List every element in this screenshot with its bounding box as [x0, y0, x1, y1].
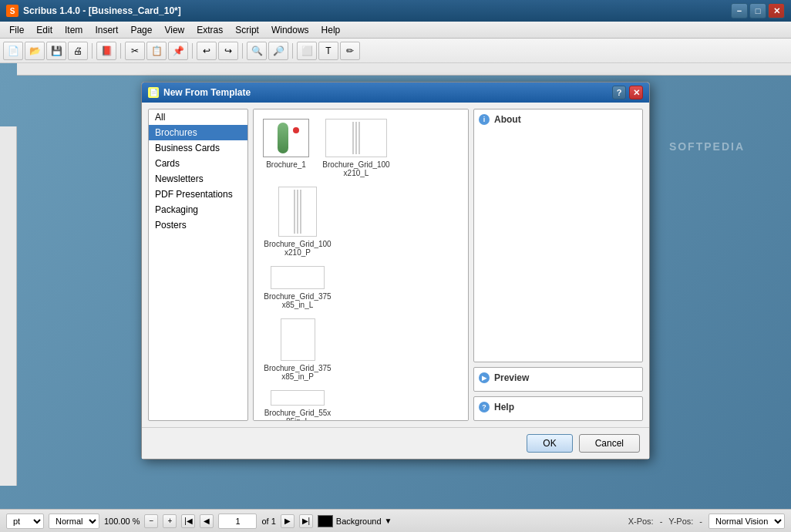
category-cards[interactable]: Cards: [149, 156, 247, 171]
template-brochure-grid-100x210-p[interactable]: Brochure_Grid_100x210_P: [260, 184, 335, 260]
tool1[interactable]: ⬜: [297, 42, 317, 60]
modal-overlay: 📄 New From Template ? ✕ All Brochures Bu…: [0, 63, 791, 509]
template-brochure-grid-375x85-p[interactable]: Brochure_Grid_375x85_in_P: [260, 315, 335, 384]
open-btn[interactable]: 📂: [25, 42, 45, 60]
template-row-2: Brochure_Grid_100x210_P: [260, 184, 462, 260]
help-section: ? Help: [473, 396, 643, 421]
print-btn[interactable]: 🖨: [68, 42, 88, 60]
about-content: [479, 128, 638, 344]
undo-btn[interactable]: ↩: [197, 42, 217, 60]
template-thumb-1: [263, 119, 309, 157]
category-packaging[interactable]: Packaging: [149, 202, 247, 217]
preview-header: ▶ Preview: [479, 372, 638, 383]
unit-selector[interactable]: pt mm in: [6, 513, 44, 529]
vision-selector[interactable]: Normal Vision: [709, 513, 785, 529]
tool2[interactable]: T: [318, 42, 338, 60]
menu-file[interactable]: File: [3, 23, 30, 37]
cancel-button[interactable]: Cancel: [579, 434, 640, 453]
status-right: X-Pos: - Y-Pos: - Normal Vision: [628, 513, 785, 529]
copy-btn[interactable]: 📋: [146, 42, 167, 60]
template-thumb-2: [325, 119, 387, 157]
template-brochure-grid-55x85-l[interactable]: Brochure_Grid_55x85in_L: [260, 387, 335, 421]
template-panel[interactable]: Brochure_1 Brochure_Grid_100x210_L: [253, 109, 469, 421]
menu-windows[interactable]: Windows: [265, 23, 315, 37]
page-first-btn[interactable]: |◀: [181, 514, 195, 528]
category-newsletters[interactable]: Newsletters: [149, 171, 247, 187]
new-from-template-dialog: 📄 New From Template ? ✕ All Brochures Bu…: [141, 82, 650, 460]
template-thumb-5: [281, 318, 315, 361]
page-prev-btn[interactable]: ◀: [200, 514, 214, 528]
category-pdf-presentations[interactable]: PDF Presentations: [149, 187, 247, 202]
new-btn[interactable]: 📄: [3, 42, 23, 60]
template-thumb-4: [271, 266, 325, 289]
template-thumb-3: [278, 187, 317, 237]
template-label-1: Brochure_1: [266, 160, 306, 169]
zoom-out-btn[interactable]: 🔎: [268, 42, 288, 60]
ypos-value: -: [699, 517, 702, 526]
dialog-close-button[interactable]: ✕: [629, 86, 643, 99]
template-row-4: Brochure_Grid_375x85_in_P: [260, 315, 462, 384]
menu-help[interactable]: Help: [315, 23, 347, 37]
zoom-in-btn[interactable]: 🔍: [247, 42, 267, 60]
cut-btn[interactable]: ✂: [125, 42, 145, 60]
menu-page[interactable]: Page: [124, 23, 158, 37]
bg-selector[interactable]: Background ▼: [318, 515, 392, 527]
maximize-button[interactable]: □: [749, 3, 766, 19]
bg-dropdown-icon[interactable]: ▼: [385, 517, 392, 525]
zoom-decrease-btn[interactable]: −: [144, 514, 158, 528]
tool3[interactable]: ✏: [340, 42, 360, 60]
close-button[interactable]: ✕: [768, 3, 785, 19]
category-brochures[interactable]: Brochures: [149, 125, 247, 140]
dialog-title-bar: 📄 New From Template ? ✕: [142, 82, 649, 103]
brochure-red-dot: [293, 127, 299, 133]
about-header: i About: [479, 114, 638, 125]
help-label: Help: [494, 402, 514, 412]
sep5: [292, 43, 293, 59]
ok-button[interactable]: OK: [527, 434, 572, 453]
menu-insert[interactable]: Insert: [89, 23, 124, 37]
page-input[interactable]: [218, 513, 257, 529]
window-controls: − □ ✕: [731, 3, 785, 19]
template-brochure-grid-375x85-l[interactable]: Brochure_Grid_375x85_in_L: [260, 263, 335, 312]
pdf-btn[interactable]: 📕: [96, 42, 116, 60]
xpos-value: -: [660, 517, 663, 526]
title-bar: S Scribus 1.4.0 - [Business_Card_10*] − …: [0, 0, 791, 22]
category-posters[interactable]: Posters: [149, 217, 247, 233]
app-icon: S: [6, 5, 19, 17]
about-section: i About: [473, 109, 643, 362]
menu-view[interactable]: View: [158, 23, 190, 37]
category-panel[interactable]: All Brochures Business Cards Cards Newsl…: [148, 109, 248, 421]
preview-section: ▶ Preview: [473, 367, 643, 392]
category-business-cards[interactable]: Business Cards: [149, 140, 247, 156]
template-brochure-grid-100x210-l[interactable]: Brochure_Grid_100x210_L: [318, 116, 394, 180]
template-row-3: Brochure_Grid_375x85_in_L: [260, 263, 462, 312]
about-icon: i: [479, 114, 490, 125]
about-label: About: [494, 114, 521, 125]
menu-item[interactable]: Item: [59, 23, 89, 37]
sep1: [92, 43, 93, 59]
toolbar: 📄 📂 💾 🖨 📕 ✂ 📋 📌 ↩ ↪ 🔍 🔎 ⬜ T ✏: [0, 39, 791, 63]
help-icon: ?: [479, 402, 490, 412]
category-all[interactable]: All: [149, 109, 247, 125]
template-brochure-1[interactable]: Brochure_1: [260, 116, 312, 172]
xpos-label: X-Pos:: [628, 517, 654, 526]
mode-selector[interactable]: Normal: [49, 513, 99, 529]
dialog-help-button[interactable]: ?: [612, 86, 626, 99]
right-panel: i About ▶ Preview: [473, 109, 643, 421]
menu-edit[interactable]: Edit: [30, 23, 59, 37]
canvas-area: SOFTPEDIA 📄 New From Template ? ✕ All Br…: [0, 63, 791, 509]
template-label-2: Brochure_Grid_100x210_L: [321, 160, 391, 177]
paste-btn[interactable]: 📌: [168, 42, 188, 60]
menu-extras[interactable]: Extras: [190, 23, 229, 37]
redo-btn[interactable]: ↪: [218, 42, 238, 60]
sep4: [242, 43, 243, 59]
page-last-btn[interactable]: ▶|: [299, 514, 313, 528]
save-btn[interactable]: 💾: [46, 42, 66, 60]
minimize-button[interactable]: −: [731, 3, 748, 19]
status-left: pt mm in Normal 100.00 % − + |◀ ◀ of 1 ▶…: [6, 513, 392, 529]
help-header: ? Help: [479, 402, 638, 412]
menu-script[interactable]: Script: [229, 23, 265, 37]
zoom-increase-btn[interactable]: +: [163, 514, 177, 528]
app-title: Scribus 1.4.0 - [Business_Card_10*]: [23, 5, 731, 16]
page-next-btn[interactable]: ▶: [281, 514, 295, 528]
